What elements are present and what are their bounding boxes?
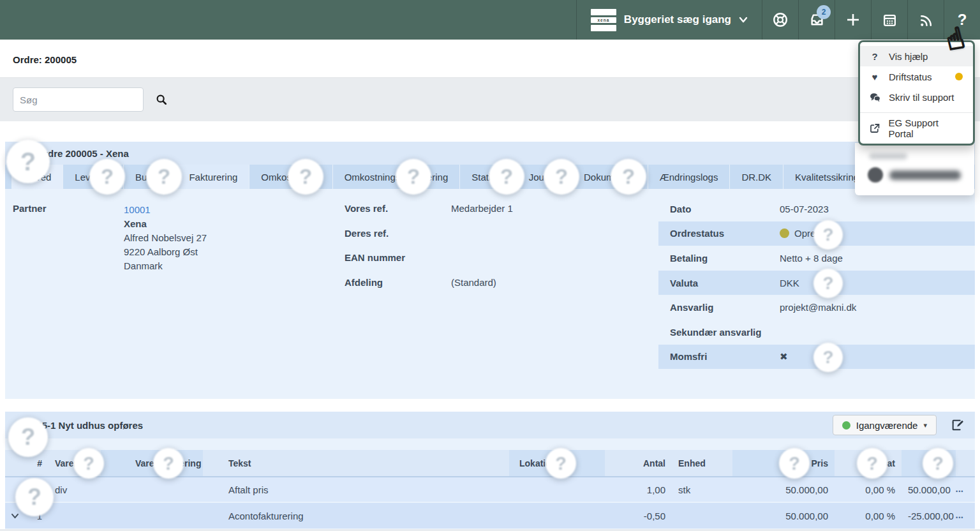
question-blob: ? <box>396 159 431 195</box>
redacted-name <box>889 170 961 180</box>
add-button[interactable] <box>835 0 871 40</box>
row-menu-button[interactable]: ••• <box>956 488 963 495</box>
vores-ref-label: Vores ref. <box>345 203 388 214</box>
partner-country: Danmark <box>124 259 207 273</box>
title-bar: Ordre: 200005 <box>0 40 980 78</box>
plus-icon <box>845 12 861 27</box>
tab-fakturering[interactable]: Fakturering <box>177 165 249 189</box>
field-row: Sekundær ansvarlig <box>658 320 975 345</box>
header-num[interactable]: # <box>24 458 48 468</box>
status-dot-icon <box>780 228 789 238</box>
menu-item-eg-support-portal[interactable]: EG Support Portal <box>860 118 973 138</box>
row-antal: 1,00 <box>605 484 672 495</box>
search-box <box>13 87 144 112</box>
field-row: EAN nummer <box>345 245 405 269</box>
field-row: Betaling Netto + 8 dage <box>658 246 975 271</box>
menu-label: EG Support Portal <box>889 117 964 139</box>
tab-drdk[interactable]: DR.DK <box>729 165 783 189</box>
status-dot-icon <box>842 421 850 430</box>
header-antal[interactable]: Antal <box>605 458 672 468</box>
row-rabat: 0,00 % <box>835 484 902 495</box>
table-header-row: # Varenummer Varegruppering Tekst Lokati… <box>5 450 975 477</box>
search-button[interactable] <box>153 94 175 105</box>
caret-down-icon: ▾ <box>923 421 927 430</box>
row-rabat: 0,00 % <box>835 511 902 521</box>
question-blob: ? <box>15 478 54 516</box>
tab-aendringslogs[interactable]: Ændringslogs <box>648 165 730 189</box>
xena-order-screen: xena Byggeriet sæg igang 2 <box>0 0 980 531</box>
question-blob: ? <box>73 448 104 479</box>
menu-item-skriv-til-support[interactable]: Skriv til support <box>860 87 973 107</box>
table-row[interactable]: div Aftalt pris 1,00 stk 50.000,00 0,00 … <box>5 477 975 503</box>
question-blob: ? <box>544 159 579 195</box>
row-antal: -0,50 <box>605 511 672 521</box>
ansvarlig-value: projekt@makni.dk <box>780 302 856 313</box>
rss-icon <box>918 12 934 28</box>
heartbeat-icon: ♥ <box>869 71 880 82</box>
row-pris: 50.000,00 <box>732 511 835 521</box>
logo-bar <box>591 9 616 15</box>
field-row: Ansvarlig projekt@makni.dk <box>658 295 975 320</box>
menu-item-driftstatus[interactable]: ♥ Driftstatus <box>860 66 973 87</box>
support-lifebuoy-button[interactable] <box>762 0 798 40</box>
table-row[interactable]: 1 Acontofakturering -0,50 50.000,00 0,00… <box>5 503 975 528</box>
question-blob: ? <box>813 220 843 250</box>
notification-badge: 2 <box>817 5 831 19</box>
question-blob: ? <box>8 417 48 457</box>
row-varenummer: div <box>48 484 101 495</box>
topbar-spacer <box>0 0 576 40</box>
chevron-down-icon <box>739 17 748 23</box>
search-toolbar <box>0 78 980 121</box>
project-status-label: Igangværende <box>856 420 918 431</box>
field-row: Vores ref. Medarbejder 1 <box>345 196 388 220</box>
header-tekst[interactable]: Tekst <box>203 458 509 468</box>
momsfri-label: Momsfri <box>670 351 707 362</box>
dato-label: Dato <box>670 204 691 214</box>
partner-street: Alfred Nobelsvej 27 <box>124 231 207 245</box>
field-row: Afdeling (Standard) <box>345 270 383 294</box>
betaling-label: Betaling <box>670 253 708 264</box>
search-input[interactable] <box>13 94 153 105</box>
edit-project-button[interactable] <box>951 418 965 432</box>
sales-order-header: Salgsordre 200005 - Xena <box>5 142 975 165</box>
feed-button[interactable] <box>908 0 944 40</box>
betaling-value: Netto + 8 dage <box>780 253 843 264</box>
field-row: Deres ref. <box>345 221 389 245</box>
account-name: Byggeriet sæg igang <box>624 13 731 26</box>
ansvarlig-label: Ansvarlig <box>670 302 713 313</box>
inbox-button[interactable]: 2 <box>799 0 835 40</box>
page-title: Ordre: 200005 <box>13 54 77 65</box>
partner-number-link[interactable]: 10001 <box>124 204 151 215</box>
project-status-button[interactable]: Igangværende ▾ <box>833 415 937 435</box>
question-blob: ? <box>857 448 887 479</box>
logo-wordmark: xena <box>591 17 616 23</box>
lifebuoy-icon <box>772 11 789 28</box>
account-menu-button[interactable]: xena Byggeriet sæg igang <box>577 0 762 40</box>
search-icon <box>156 94 167 105</box>
question-blob: ? <box>146 159 182 195</box>
question-blob: ? <box>813 343 843 372</box>
support-info-panel <box>855 143 974 195</box>
header-varegruppering-cell[interactable]: Varegruppering <box>101 450 203 476</box>
partner-city: 9220 Aalborg Øst <box>124 245 207 259</box>
xena-logo-icon: xena <box>591 8 616 32</box>
row-expand-cell[interactable] <box>5 513 24 519</box>
row-menu-button[interactable]: ••• <box>956 514 963 521</box>
row-enhed: stk <box>672 484 732 495</box>
avatar <box>868 167 883 183</box>
calendar-button[interactable] <box>872 0 907 40</box>
header-enhed[interactable]: Enhed <box>672 458 732 468</box>
menu-label: Skriv til support <box>889 92 954 103</box>
edit-icon <box>951 418 965 432</box>
order-lines-table: # Varenummer Varegruppering Tekst Lokati… <box>5 450 975 528</box>
row-total: 50.000,00 <box>902 484 956 495</box>
question-blob: ? <box>779 448 810 479</box>
question-blob: ? <box>923 448 953 479</box>
row-total: -25.000,00 <box>902 511 956 521</box>
deres-ref-label: Deres ref. <box>345 228 389 239</box>
afdeling-value: (Standard) <box>451 277 496 288</box>
chat-icon <box>869 93 880 102</box>
menu-label: Vis hjælp <box>889 51 928 62</box>
row-menu-cell: ••• <box>956 511 975 521</box>
row-menu-cell: ••• <box>956 484 975 495</box>
